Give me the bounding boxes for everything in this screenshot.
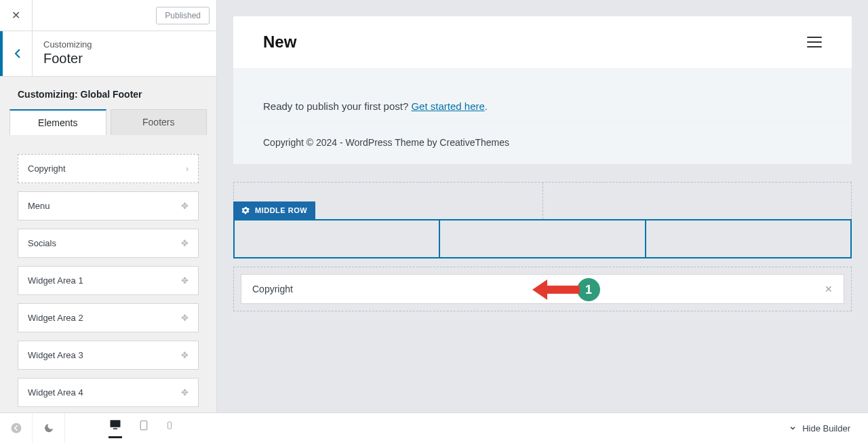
customizing-label: Customizing: [43, 39, 92, 50]
element-label: Widget Area 3: [28, 350, 83, 360]
customizer-sidebar: ✕ Published Customizing Footer Customizi…: [0, 0, 217, 412]
device-desktop[interactable]: [108, 419, 122, 438]
section-header: Customizing Footer: [0, 31, 216, 77]
middle-row-label: MIDDLE ROW: [255, 206, 307, 214]
moon-icon: [43, 423, 54, 434]
customizer-topbar: ✕ Published: [0, 0, 216, 31]
device-mobile[interactable]: [165, 419, 174, 438]
hamburger-menu-icon[interactable]: [807, 37, 822, 47]
tablet-icon: [138, 419, 149, 432]
header-text: Customizing Footer: [33, 31, 103, 76]
top-row-col-2[interactable]: [543, 182, 852, 219]
bottom-bar: Hide Builder: [0, 412, 868, 443]
main-pane: New Ready to publish your first post? Ge…: [217, 0, 868, 412]
element-label: Widget Area 2: [28, 313, 83, 323]
preview-body: Ready to publish your first post? Get st…: [233, 68, 852, 120]
top-row[interactable]: [233, 182, 852, 220]
element-copyright[interactable]: Copyright ›: [18, 154, 199, 183]
desktop-icon: [108, 419, 122, 431]
preview-footer: Copyright © 2024 - WordPress Theme by Cr…: [233, 120, 852, 164]
middle-row-col-2[interactable]: [440, 220, 646, 257]
svg-rect-2: [113, 428, 117, 429]
svg-point-0: [11, 423, 21, 434]
annotation-step-badge: 1: [577, 278, 600, 301]
mobile-icon: [165, 419, 174, 432]
site-title[interactable]: New: [263, 33, 296, 52]
close-button[interactable]: ✕: [0, 0, 33, 31]
hide-builder-button[interactable]: Hide Builder: [771, 423, 868, 434]
bottombar-left: [0, 413, 217, 443]
element-widget-1[interactable]: Widget Area 1 ✥: [18, 266, 199, 295]
element-socials[interactable]: Socials ✥: [18, 229, 199, 258]
svg-rect-4: [168, 422, 172, 429]
body-text: Ready to publish your first post?: [263, 100, 411, 112]
move-icon: ✥: [181, 238, 189, 248]
close-icon: ✕: [12, 9, 20, 22]
get-started-link[interactable]: Get started here: [411, 100, 484, 112]
preview-header: New: [233, 16, 852, 68]
tabs: Elements Footers: [0, 109, 216, 135]
move-icon: ✥: [181, 350, 189, 360]
svg-rect-3: [140, 421, 146, 429]
arrow-head-icon: [532, 280, 547, 300]
arrow-line: [546, 286, 580, 294]
remove-icon[interactable]: ✕: [825, 284, 833, 294]
middle-row-settings-button[interactable]: MIDDLE ROW: [233, 201, 315, 219]
tab-footers[interactable]: Footers: [111, 109, 208, 135]
elements-list: Copyright › Menu ✥ Socials ✥ Widget Area…: [0, 135, 216, 412]
element-label: Menu: [28, 201, 50, 211]
element-label: Socials: [28, 238, 56, 248]
annotation-arrow: 1: [532, 278, 600, 301]
move-icon: ✥: [181, 313, 189, 323]
chevron-right-icon: ›: [186, 163, 189, 174]
hide-builder-label: Hide Builder: [802, 423, 850, 434]
element-widget-4[interactable]: Widget Area 4 ✥: [18, 378, 199, 407]
item-label: Copyright: [252, 284, 293, 294]
panel-subtitle: Customizing: Global Footer: [0, 77, 216, 109]
gear-icon: [241, 206, 250, 214]
back-button[interactable]: [0, 31, 33, 76]
device-tablet[interactable]: [138, 419, 149, 438]
element-widget-3[interactable]: Widget Area 3 ✥: [18, 341, 199, 370]
section-title: Footer: [43, 51, 92, 66]
middle-row-col-1[interactable]: [235, 220, 440, 257]
circle-left-icon: [10, 422, 22, 434]
move-icon: ✥: [181, 387, 189, 398]
chevron-left-icon: [14, 48, 21, 59]
middle-row[interactable]: [233, 219, 852, 258]
element-widget-2[interactable]: Widget Area 2 ✥: [18, 303, 199, 332]
element-label: Widget Area 1: [28, 275, 83, 286]
move-icon: ✥: [181, 201, 189, 211]
publish-button[interactable]: Published: [156, 7, 210, 24]
chevron-down-icon: [789, 424, 797, 432]
tab-elements[interactable]: Elements: [9, 109, 106, 135]
element-label: Widget Area 4: [28, 387, 83, 398]
element-menu[interactable]: Menu ✥: [18, 191, 199, 220]
site-preview: New Ready to publish your first post? Ge…: [233, 16, 852, 164]
move-icon: ✥: [181, 275, 189, 286]
element-label: Copyright: [28, 163, 66, 174]
middle-row-col-3[interactable]: [646, 220, 850, 257]
svg-rect-1: [111, 420, 121, 427]
dark-mode-toggle[interactable]: [33, 413, 65, 443]
collapse-button[interactable]: [0, 413, 33, 443]
